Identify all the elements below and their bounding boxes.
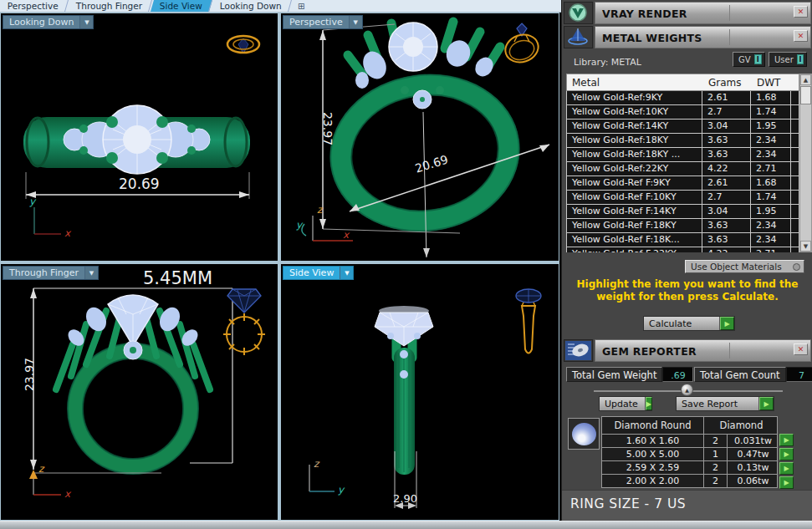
scroll-down-icon[interactable]: ▼: [800, 241, 811, 252]
gem-row[interactable]: 2.59 X 2.5920.13tw: [602, 460, 777, 474]
metal-row[interactable]: Yellow Gold-Ref:18KY3.632.34: [567, 134, 799, 148]
metal-spacer: [791, 162, 799, 175]
metal-spacer: [791, 134, 799, 147]
metal-dwt: 2.34: [751, 219, 791, 232]
metal-name: Yellow Gold-Ref F:18K...: [567, 233, 702, 247]
axis-x-label: x: [64, 488, 70, 500]
metal-dwt: 2.34: [751, 233, 791, 247]
metal-name: Yellow Gold-Ref:9KY: [567, 91, 702, 104]
tab-looking-down[interactable]: Looking Down: [211, 0, 292, 12]
close-icon[interactable]: ✕: [794, 30, 808, 42]
axis-z-label: z: [314, 458, 319, 470]
chevron-down-icon[interactable]: ▼: [340, 267, 353, 279]
scrollbar-thumb[interactable]: [800, 86, 811, 104]
axis-y-label: y: [338, 484, 344, 496]
total-gem-weight-value: .69: [662, 367, 693, 382]
ring-size-gauge-icon: [223, 313, 265, 355]
total-gem-count: Total Gem Count 7: [694, 367, 812, 382]
vray-icon: [564, 2, 593, 24]
metal-grams: 2.61: [702, 176, 751, 190]
metal-table-body: Yellow Gold-Ref:9KY2.611.68Yellow Gold-R…: [566, 91, 799, 252]
chevron-down-icon[interactable]: ▼: [84, 267, 98, 279]
viewport-through-finger[interactable]: 5.45MM 23.97 z x Through Finger ▼: [1, 264, 278, 520]
metal-row[interactable]: Yellow Gold-Ref:18KY ...3.632.34: [567, 148, 799, 162]
dim-band-width-label: 2.90: [393, 492, 417, 505]
viewport-side-view[interactable]: 2.90 z y Side View ▼: [281, 264, 559, 520]
run-arrow-icon[interactable]: ▶: [720, 317, 734, 330]
user-toggle-button[interactable]: User I: [769, 52, 807, 67]
metal-spacer: [791, 91, 799, 104]
ring-angle-icon: [227, 36, 259, 53]
gv-toggle-state[interactable]: I: [754, 54, 762, 64]
gem-weight: 0.47tw: [728, 448, 779, 460]
tab-side-view[interactable]: Side View: [151, 0, 212, 12]
run-arrow-icon[interactable]: ▶: [646, 397, 652, 410]
metal-name: Yellow Gold-Ref F:22KY: [567, 247, 702, 252]
metal-grams: 3.63: [702, 219, 751, 232]
metal-row[interactable]: Yellow Gold-Ref F:14KY3.041.95: [567, 205, 799, 219]
viewport-looking-down[interactable]: 20.69 y x Looking Down ▼: [1, 13, 278, 261]
gem-row[interactable]: 2.00 X 2.0020.06tw: [602, 474, 777, 487]
metal-row[interactable]: Yellow Gold-Ref F:22KY4.222.71: [567, 247, 799, 252]
gem-reporter-icon: [564, 339, 593, 362]
radio-indicator-icon: [793, 263, 800, 271]
metal-row[interactable]: Yellow Gold-Ref F:18KY3.632.34: [567, 219, 799, 233]
metal-spacer: [791, 148, 799, 161]
ring-profile-icon: [516, 289, 541, 354]
use-object-materials-button[interactable]: Use Object Materials: [685, 260, 804, 273]
metal-name: Yellow Gold-Ref F:18KY: [567, 219, 702, 232]
viewport-label-perspective[interactable]: Perspective ▼: [283, 15, 363, 29]
metal-spacer: [791, 219, 799, 232]
metal-row[interactable]: Yellow Gold-Ref:22KY4.222.71: [567, 162, 799, 176]
metal-row[interactable]: Yellow Gold-Ref F:10KY2.71.74: [567, 191, 799, 205]
axis-z-label: z: [317, 204, 322, 216]
gem-slider-knob[interactable]: ▲: [681, 384, 693, 396]
metal-row[interactable]: Yellow Gold-Ref F:9KY2.611.68: [567, 176, 799, 191]
add-viewport-tab-icon[interactable]: ⊞: [292, 0, 310, 12]
update-button[interactable]: Update ▶: [599, 396, 652, 411]
gem-row-action-button[interactable]: ▶: [779, 476, 794, 489]
viewport-label-through-finger[interactable]: Through Finger ▼: [3, 266, 99, 280]
gem-table: Diamond Round Diamond 1.60 X 1.6020.031t…: [601, 416, 778, 488]
metal-weights-title: METAL WEIGHTS: [595, 27, 810, 44]
axis-x-label: x: [343, 229, 349, 241]
metal-grams: 2.7: [702, 105, 751, 119]
metal-spacer: [791, 105, 799, 119]
total-gem-count-value: 7: [786, 367, 812, 382]
gem-thumbnail: [568, 418, 600, 450]
close-icon[interactable]: ✕: [794, 343, 808, 355]
metal-spacer: [791, 176, 799, 190]
viewport-perspective[interactable]: 23.97 20.69 z y x Perspective ▼: [281, 13, 559, 261]
run-arrow-icon[interactable]: ▶: [759, 397, 774, 410]
gem-reporter-title: GEM REPORTER: [595, 340, 810, 358]
gem-row-action-button[interactable]: ▶: [779, 462, 794, 475]
app-window: PerspectiveThrough FingerSide ViewLookin…: [0, 0, 812, 529]
calculate-button[interactable]: Calculate ▶: [643, 316, 735, 331]
metal-row[interactable]: Yellow Gold-Ref:9KY2.611.68: [567, 91, 799, 105]
gv-toggle-button[interactable]: GV I: [733, 52, 765, 67]
save-report-button[interactable]: Save Report ▶: [676, 396, 774, 411]
close-icon[interactable]: ✕: [794, 6, 808, 18]
viewport-label-side-view[interactable]: Side View ▼: [283, 266, 354, 280]
metal-table-scrollbar[interactable]: ▲ ▼: [799, 74, 812, 252]
metal-dwt: 1.68: [751, 91, 791, 104]
user-toggle-state[interactable]: I: [797, 54, 804, 64]
gem-row-action-button[interactable]: ▶: [779, 434, 794, 446]
gem-row-action-button[interactable]: ▶: [779, 448, 794, 460]
metal-row[interactable]: Yellow Gold-Ref F:18K...3.632.34: [567, 233, 799, 247]
gem-size: 5.00 X 5.00: [602, 448, 704, 460]
chevron-down-icon[interactable]: ▼: [349, 16, 362, 28]
ring-size-text: RING SIZE - 7 US: [570, 496, 686, 511]
metal-weights-header: METAL WEIGHTS ✕: [562, 25, 812, 49]
metal-row[interactable]: Yellow Gold-Ref:10KY2.71.74: [567, 105, 799, 120]
chevron-down-icon[interactable]: ▼: [79, 16, 93, 28]
gem-row[interactable]: 5.00 X 5.0010.47tw: [602, 447, 777, 460]
scroll-up-icon[interactable]: ▲: [800, 74, 811, 85]
viewport-label-looking-down[interactable]: Looking Down ▼: [3, 15, 94, 29]
tab-through-finger[interactable]: Through Finger: [67, 0, 152, 12]
gem-row[interactable]: 1.60 X 1.6020.031tw: [602, 434, 777, 447]
metal-row[interactable]: Yellow Gold-Ref:14KY3.041.95: [567, 120, 799, 134]
tab-perspective[interactable]: Perspective: [0, 0, 69, 12]
ring-front-render: [1, 264, 278, 520]
axis-y-label: y: [29, 196, 35, 207]
